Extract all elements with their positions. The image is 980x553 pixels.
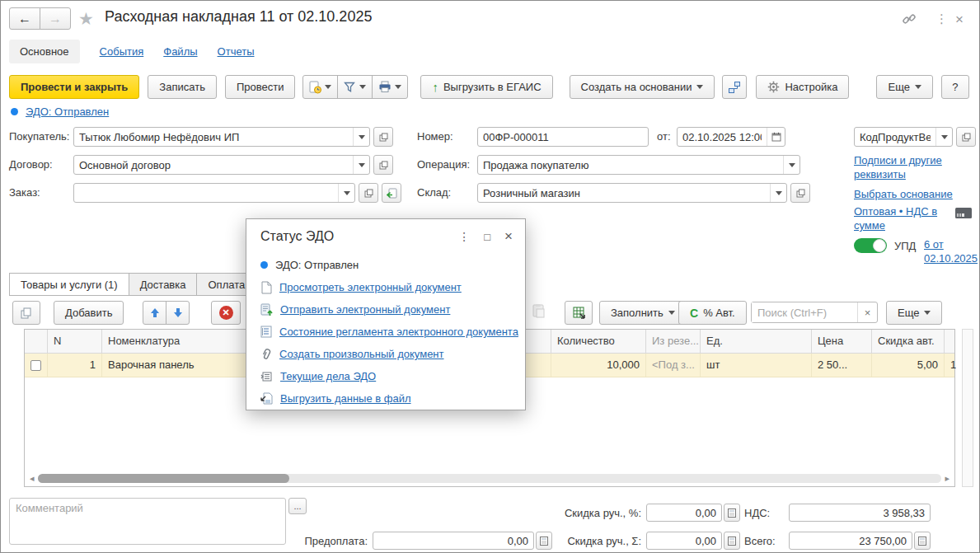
edo-status-link[interactable]: ЭДО: Отправлен: [26, 105, 109, 118]
choose-basis-link[interactable]: Выбрать основание: [854, 187, 969, 201]
settings-button[interactable]: Настройка: [756, 75, 849, 99]
scrollbar-track[interactable]: [38, 474, 942, 483]
post-document-button[interactable]: [302, 75, 338, 99]
vat-row: НДС:: [744, 504, 931, 522]
send-document-link[interactable]: Отправить электронный документ: [280, 303, 450, 316]
order-open-button[interactable]: [359, 183, 378, 203]
move-up-button[interactable]: [143, 301, 166, 325]
filter-button[interactable]: [337, 75, 373, 99]
move-row-group: [143, 301, 190, 325]
copy-row-button[interactable]: [12, 301, 40, 325]
comment-more-button[interactable]: ...: [288, 498, 307, 514]
vertical-scrollbar[interactable]: [962, 329, 973, 487]
row-checkbox[interactable]: [30, 360, 41, 371]
comment-input[interactable]: [9, 498, 286, 545]
buyer-dropdown[interactable]: [353, 128, 369, 146]
calculator-icon[interactable]: [724, 532, 740, 550]
discount-pct-input[interactable]: [646, 504, 722, 522]
contract-open-button[interactable]: [373, 155, 393, 175]
add-row-button[interactable]: Добавить: [54, 301, 124, 325]
operation-input[interactable]: [478, 156, 783, 174]
search-clear-icon[interactable]: ×: [857, 302, 877, 322]
popup-maximize-icon[interactable]: □: [484, 231, 490, 243]
structure-icon: [728, 81, 741, 94]
post-and-close-button[interactable]: Провести и закрыть: [9, 75, 139, 99]
tab-files[interactable]: Файлы: [163, 45, 197, 58]
popup-close-icon[interactable]: ×: [504, 228, 513, 245]
copy-link-icon[interactable]: [902, 12, 917, 26]
header-quantity[interactable]: Количество: [551, 330, 646, 353]
help-button[interactable]: ?: [941, 75, 969, 99]
code-product-open-button[interactable]: [956, 127, 976, 147]
view-document-link[interactable]: Просмотреть электронный документ: [279, 281, 462, 293]
header-discount-auto[interactable]: Скидка авт.: [872, 330, 945, 353]
print-button[interactable]: [372, 75, 408, 99]
date-input[interactable]: [678, 128, 767, 146]
calculator-icon[interactable]: [724, 504, 740, 522]
order-input[interactable]: [74, 184, 338, 202]
header-unit[interactable]: Ед.: [701, 330, 812, 353]
code-product-dropdown[interactable]: [935, 128, 952, 146]
structure-button[interactable]: [722, 75, 747, 99]
tab-events[interactable]: События: [100, 45, 144, 58]
regulation-state-link[interactable]: Состояние регламента электронного докуме…: [279, 326, 518, 338]
window-more-icon[interactable]: ⋮: [935, 12, 948, 26]
edo-tasks-link[interactable]: Текущие дела ЭДО: [280, 370, 376, 382]
regulation-state-icon: [260, 326, 272, 338]
calendar-icon[interactable]: [767, 128, 785, 146]
header-price[interactable]: Цена: [812, 330, 872, 353]
window-close-icon[interactable]: ×: [955, 12, 964, 28]
contract-input[interactable]: [74, 156, 353, 174]
buyer-open-button[interactable]: [373, 127, 393, 147]
create-arbitrary-document-link[interactable]: Создать произвольный документ: [279, 348, 444, 360]
scrollbar-thumb[interactable]: [38, 474, 289, 483]
total-input[interactable]: [789, 532, 912, 550]
table-more-button[interactable]: Еще: [886, 301, 942, 325]
green-up-arrow-icon: ↑: [432, 80, 438, 94]
prepayment-input[interactable]: [373, 532, 534, 550]
scroll-left-icon[interactable]: ◂: [30, 472, 35, 484]
header-from-reserve[interactable]: Из резе...: [646, 330, 701, 353]
popup-more-icon[interactable]: ⋮: [458, 230, 470, 243]
cell-unit: шт: [701, 354, 812, 377]
upd-toggle[interactable]: [854, 238, 887, 253]
order-fill-button[interactable]: [382, 183, 401, 203]
more-button[interactable]: Еще: [876, 75, 932, 99]
move-down-button[interactable]: [166, 301, 190, 325]
buyer-input[interactable]: [74, 128, 353, 146]
auto-discount-button[interactable]: C % Авт.: [678, 301, 747, 325]
write-button[interactable]: Записать: [148, 75, 217, 99]
signatures-link[interactable]: Подписи и другие реквизиты: [854, 153, 965, 181]
operation-dropdown[interactable]: [783, 156, 799, 174]
contract-dropdown[interactable]: [353, 156, 369, 174]
favorite-star-icon[interactable]: ★: [78, 9, 94, 29]
calculator-icon[interactable]: [914, 532, 931, 550]
forward-button[interactable]: →: [40, 7, 71, 30]
fill-button[interactable]: Заполнить: [599, 301, 687, 325]
warehouse-dropdown[interactable]: [770, 184, 786, 202]
upload-egais-button[interactable]: ↑ Выгрузить в ЕГАИС: [420, 75, 552, 99]
tab-goods-services[interactable]: Товары и услуги (1): [9, 273, 129, 296]
post-button[interactable]: Провести: [225, 75, 296, 99]
export-data-link[interactable]: Выгрузить данные в файл: [280, 392, 411, 405]
tab-main[interactable]: Основное: [9, 40, 80, 63]
delete-row-button[interactable]: ✕: [211, 301, 241, 325]
warehouse-input[interactable]: [478, 184, 770, 202]
warehouse-open-button[interactable]: [790, 183, 810, 203]
paperclip-icon: [260, 348, 272, 361]
back-button[interactable]: ←: [9, 7, 40, 30]
excel-fill-button[interactable]: [565, 301, 593, 325]
discount-sum-input[interactable]: [646, 532, 722, 550]
table-search-input[interactable]: [752, 302, 857, 322]
code-product-input[interactable]: [855, 128, 935, 146]
number-input[interactable]: [477, 127, 649, 147]
scroll-right-icon[interactable]: ▸: [945, 472, 950, 484]
tab-reports[interactable]: Отчеты: [218, 45, 255, 58]
header-n[interactable]: N: [48, 330, 102, 353]
price-type-link[interactable]: Оптовая • НДС в сумме: [854, 204, 951, 232]
order-dropdown[interactable]: [338, 184, 354, 202]
payment-card-icon[interactable]: [954, 207, 973, 219]
create-based-on-button[interactable]: Создать на основании: [570, 75, 715, 99]
upd-document-link[interactable]: 6 от 02.10.2025: [924, 237, 975, 265]
tab-delivery[interactable]: Доставка: [129, 273, 198, 296]
